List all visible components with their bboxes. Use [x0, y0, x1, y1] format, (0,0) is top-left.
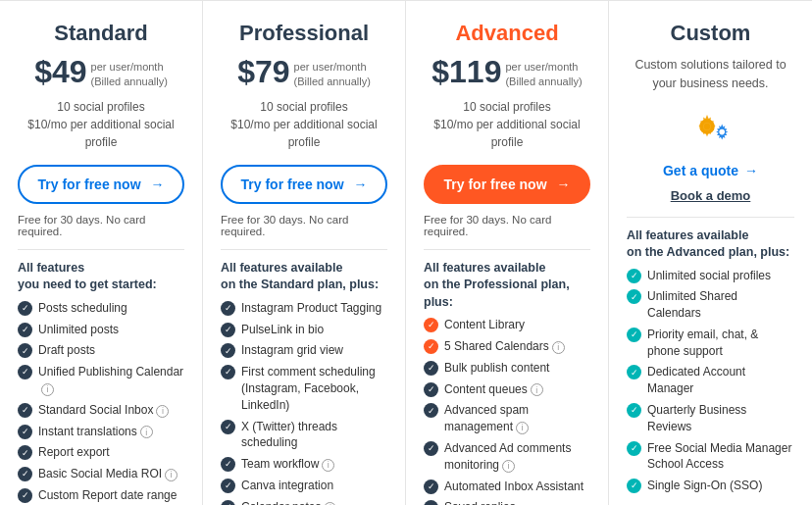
check-icon: ✓ — [424, 339, 438, 354]
feature-item: ✓ Content queuesi — [424, 381, 590, 398]
price-amount-standard: $49 — [34, 56, 86, 87]
feature-text: Unified Publishing Calendari — [38, 364, 184, 397]
feature-item: ✓ Quarterly Business Reviews — [627, 402, 794, 435]
feature-text: Content queuesi — [444, 381, 543, 398]
price-details-advanced: per user/month(Billed annually) — [505, 60, 582, 90]
cta-btn-advanced[interactable]: Try for free now → — [424, 165, 590, 204]
get-quote-link[interactable]: Get a quote → — [627, 163, 794, 178]
feature-item: ✓ Unlimited social profiles — [627, 268, 794, 284]
info-icon[interactable]: i — [552, 341, 565, 354]
feature-item: ✓ Posts scheduling — [18, 300, 184, 317]
info-icon[interactable]: i — [516, 422, 529, 434]
info-icon[interactable]: i — [140, 426, 153, 438]
check-icon: ✓ — [18, 403, 32, 418]
feature-item: ✓ Instant translationsi — [18, 424, 184, 440]
feature-text: Standard Social Inboxi — [38, 402, 169, 419]
plan-title-professional: Professional — [221, 21, 387, 46]
feature-text: Single Sign-On (SSO) — [647, 478, 762, 494]
check-icon: ✓ — [627, 269, 641, 283]
feature-text: Team workflowi — [241, 456, 334, 473]
feature-item: ✓ Team workflowi — [221, 456, 387, 473]
price-row-advanced: $119 per user/month(Billed annually) — [424, 56, 590, 90]
check-icon: ✓ — [18, 425, 32, 439]
info-icon[interactable]: i — [156, 405, 169, 418]
plan-title-standard: Standard — [18, 21, 184, 46]
feature-item: ✓ Canva integration — [221, 478, 387, 494]
check-icon: ✓ — [18, 343, 32, 358]
check-icon: ✓ — [221, 365, 235, 379]
feature-item: ✓ Single Sign-On (SSO) — [627, 478, 794, 494]
check-icon: ✓ — [424, 361, 438, 376]
profile-info-advanced: 10 social profiles$10/mo per additional … — [424, 98, 590, 151]
check-icon: ✓ — [424, 480, 438, 494]
feature-item: ✓ PulseLink in bio — [221, 322, 387, 338]
feature-text: Unlimited posts — [38, 322, 119, 338]
check-icon: ✓ — [627, 328, 641, 342]
feature-text: Draft posts — [38, 342, 95, 359]
price-details-standard: per user/month(Billed annually) — [91, 60, 168, 90]
check-icon: ✓ — [627, 479, 641, 493]
plan-title-custom: Custom — [627, 21, 794, 46]
profile-info-professional: 10 social profiles$10/mo per additional … — [221, 98, 387, 151]
feature-item: ✓ Advanced Ad comments monitoringi — [424, 440, 590, 474]
info-icon[interactable]: i — [502, 460, 515, 473]
price-amount-advanced: $119 — [431, 56, 501, 87]
feature-text: X (Twitter) threads scheduling — [241, 419, 387, 452]
feature-item: ✓ Saved replies — [424, 499, 590, 505]
features-header-custom: All features availableon the Advanced pl… — [627, 227, 794, 262]
feature-item: ✓ 5 Shared Calendarsi — [424, 338, 590, 355]
feature-item: ✓ Instagram grid view — [221, 342, 387, 359]
check-icon: ✓ — [18, 365, 32, 379]
check-icon: ✓ — [424, 403, 438, 418]
feature-item: ✓ First comment scheduling(Instagram, Fa… — [221, 364, 387, 413]
gear-icon — [627, 107, 794, 149]
feature-item: ✓ Advanced spam managementi — [424, 402, 590, 435]
feature-text: Automated Inbox Assistant — [444, 479, 584, 495]
check-icon: ✓ — [424, 318, 438, 332]
feature-item: ✓ Unified Publishing Calendari — [18, 364, 184, 397]
svg-point-2 — [703, 123, 709, 128]
features-header-professional: All features availableon the Standard pl… — [221, 260, 387, 294]
info-icon[interactable]: i — [324, 502, 336, 505]
feature-text: Posts scheduling — [38, 300, 127, 317]
feature-item: ✓ Unlimited posts — [18, 322, 184, 338]
features-divider-custom — [627, 217, 794, 218]
check-icon: ✓ — [221, 301, 235, 316]
price-row-professional: $79 per user/month(Billed annually) — [221, 56, 387, 90]
check-icon: ✓ — [18, 467, 32, 481]
plan-title-advanced: Advanced — [424, 21, 590, 46]
check-icon: ✓ — [221, 457, 235, 472]
info-icon[interactable]: i — [531, 383, 543, 396]
feature-text: PulseLink in bio — [241, 322, 324, 338]
feature-text: Free Social Media Manager School Access — [647, 440, 794, 474]
check-icon: ✓ — [18, 323, 32, 337]
features-header-standard: All featuresyou need to get started: — [18, 260, 184, 294]
cta-btn-standard[interactable]: Try for free now → — [18, 165, 184, 204]
cta-btn-professional[interactable]: Try for free now → — [221, 165, 387, 204]
check-icon: ✓ — [627, 365, 641, 379]
feature-item: ✓ Free Social Media Manager School Acces… — [627, 440, 794, 474]
feature-item: ✓ X (Twitter) threads scheduling — [221, 419, 387, 452]
feature-text: Canva integration — [241, 478, 333, 494]
info-icon[interactable]: i — [322, 459, 334, 472]
feature-item: ✓ Basic Social Media ROIi — [18, 466, 184, 482]
info-icon[interactable]: i — [165, 469, 178, 481]
feature-item: ✓ Instagram Product Tagging — [221, 300, 387, 317]
svg-point-3 — [719, 128, 725, 134]
check-icon: ✓ — [221, 479, 235, 493]
check-icon: ✓ — [221, 500, 235, 505]
feature-item: ✓ Content Library — [424, 317, 590, 333]
feature-text: Custom Report date rangei — [38, 487, 184, 505]
price-details-professional: per user/month(Billed annually) — [294, 60, 371, 90]
check-icon: ✓ — [18, 301, 32, 316]
check-icon: ✓ — [424, 500, 438, 505]
feature-item: ✓ Dedicated Account Manager — [627, 364, 794, 397]
check-icon: ✓ — [627, 289, 641, 304]
plan-col-standard: Standard $49 per user/month(Billed annua… — [0, 1, 203, 505]
book-demo-link[interactable]: Book a demo — [627, 188, 794, 203]
plan-col-professional: Professional $79 per user/month(Billed a… — [203, 1, 406, 505]
feature-item: ✓ Standard Social Inboxi — [18, 402, 184, 419]
info-icon[interactable]: i — [41, 383, 54, 396]
quote-arrow-icon: → — [744, 163, 758, 178]
custom-desc: Custom solutions tailored to your busine… — [627, 56, 794, 93]
